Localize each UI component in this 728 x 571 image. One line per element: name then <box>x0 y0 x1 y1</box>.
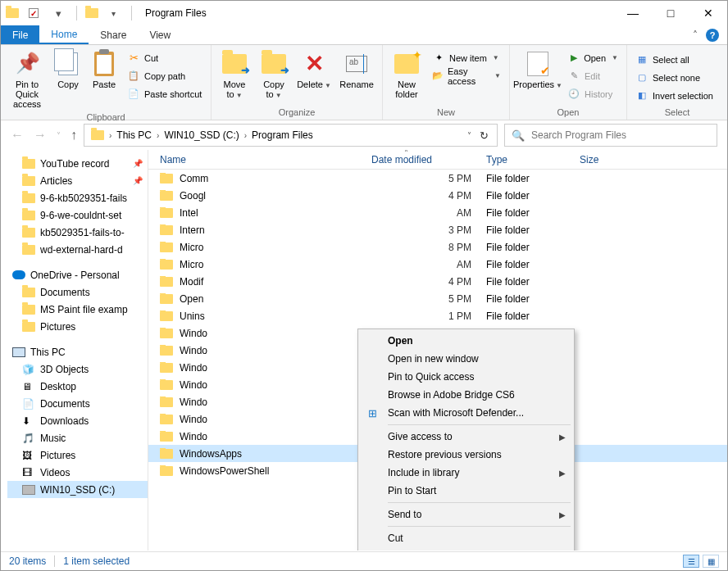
share-tab[interactable]: Share <box>89 25 138 44</box>
column-type[interactable]: Type <box>486 154 580 165</box>
folder-icon <box>160 208 173 218</box>
sidebar-item[interactable]: wd-external-hard-d <box>7 241 148 258</box>
pin-quick-access-button[interactable]: Pin to Quick access <box>6 48 48 111</box>
cm-send-to[interactable]: Send to▶ <box>360 505 572 523</box>
ribbon-collapse-icon[interactable]: ˄ <box>693 29 698 41</box>
chevron-right-icon[interactable]: › <box>244 131 247 140</box>
invert-selection-icon: ◧ <box>635 89 648 102</box>
table-row[interactable]: Micro8 PMFile folder <box>148 238 727 256</box>
select-none-button[interactable]: ▢Select none <box>632 70 722 85</box>
table-row[interactable]: Comm5 PMFile folder <box>148 170 727 187</box>
details-view-button[interactable]: ☰ <box>683 555 699 568</box>
qat-properties-icon[interactable]: ✓ <box>24 4 43 22</box>
move-to-button[interactable]: Move to▼ <box>216 48 253 102</box>
back-button[interactable]: ← <box>11 128 24 143</box>
copy-to-button[interactable]: Copy to▼ <box>256 48 292 102</box>
easy-access-button[interactable]: 📂Easy access▼ <box>429 68 504 84</box>
sidebar-onedrive[interactable]: OneDrive - Personal <box>7 266 148 283</box>
delete-button[interactable]: ✕ Delete▼ <box>295 48 333 92</box>
invert-selection-button[interactable]: ◧Invert selection <box>632 88 722 103</box>
history-button[interactable]: 🕘History <box>564 86 621 102</box>
table-row[interactable]: Intern3 PMFile folder <box>148 221 727 238</box>
sidebar-item[interactable]: 🖥Desktop <box>7 378 148 395</box>
up-button[interactable]: ↑ <box>71 128 77 143</box>
refresh-button[interactable]: ↻ <box>480 129 489 142</box>
sidebar-item[interactable]: 🎞Videos <box>7 464 148 481</box>
view-tab[interactable]: View <box>138 25 182 44</box>
sidebar-item[interactable]: YouTube record📌 <box>7 155 148 172</box>
sidebar-item[interactable]: ⬇Downloads <box>7 412 148 429</box>
cm-include-library[interactable]: Include in library▶ <box>360 464 572 482</box>
close-button[interactable]: ✕ <box>689 1 727 25</box>
sidebar-item[interactable]: 📄Documents <box>7 395 148 412</box>
table-row[interactable]: Googl4 PMFile folder <box>148 187 727 204</box>
cm-cut[interactable]: Cut <box>360 529 572 547</box>
select-all-button[interactable]: ▦Select all <box>632 52 722 67</box>
crumb-folder[interactable]: Program Files <box>248 129 316 141</box>
address-dropdown-icon[interactable]: ˅ <box>467 131 471 140</box>
qat-dropdown-icon[interactable]: ▾ <box>48 4 68 22</box>
search-input[interactable]: 🔍 Search Program Files <box>504 124 717 147</box>
help-icon[interactable]: ? <box>706 29 719 42</box>
chevron-right-icon[interactable]: › <box>109 131 111 140</box>
folder-icon <box>22 228 35 238</box>
sidebar-this-pc[interactable]: This PC <box>7 343 148 360</box>
chevron-right-icon: ▶ <box>559 510 566 519</box>
paste-button[interactable]: Paste <box>88 48 121 91</box>
cm-copy[interactable]: Copy <box>360 547 572 551</box>
cm-browse-bridge[interactable]: Browse in Adobe Bridge CS6 <box>360 386 572 404</box>
column-name[interactable]: Name <box>160 154 371 165</box>
sidebar-item[interactable]: 🧊3D Objects <box>7 360 148 378</box>
edit-button[interactable]: ✎Edit <box>564 68 621 84</box>
crumb-drive[interactable]: WIN10_SSD (C:) <box>161 129 242 141</box>
open-button[interactable]: ▶Open▼ <box>564 50 621 66</box>
address-bar[interactable]: › This PC › WIN10_SSD (C:) › Program Fil… <box>84 124 498 147</box>
thumbnails-view-button[interactable]: ▦ <box>703 555 719 568</box>
cut-button[interactable]: Cut <box>124 50 206 66</box>
chevron-right-icon[interactable]: › <box>157 131 159 140</box>
properties-button[interactable]: Properties▼ <box>515 48 561 92</box>
file-tab[interactable]: File <box>1 25 39 44</box>
copy-path-button[interactable]: 📋Copy path <box>124 68 206 84</box>
paste-shortcut-button[interactable]: 📄Paste shortcut <box>124 86 206 102</box>
table-row[interactable]: Modif4 PMFile folder <box>148 273 727 290</box>
cm-open[interactable]: Open <box>360 332 572 350</box>
sidebar-item[interactable]: MS Paint file examp <box>7 301 148 318</box>
maximize-button[interactable]: □ <box>652 1 689 25</box>
navigation-pane[interactable]: YouTube record📌Articles📌9-6-kb5029351-fa… <box>1 150 148 551</box>
sidebar-item[interactable]: kb5029351-fails-to- <box>7 224 148 241</box>
file-list[interactable]: ˄ Name Date modified Type Size Comm5 PMF… <box>148 150 727 551</box>
column-size[interactable]: Size <box>580 154 629 165</box>
table-row[interactable]: IntelAMFile folder <box>148 204 727 221</box>
cm-pin-quick-access[interactable]: Pin to Quick access <box>360 368 572 386</box>
forward-button[interactable]: → <box>34 128 47 143</box>
cm-open-new-window[interactable]: Open in new window <box>360 350 572 368</box>
crumb-this-pc[interactable]: This PC <box>113 129 155 141</box>
sidebar-drive[interactable]: WIN10_SSD (C:) <box>7 481 148 498</box>
table-row[interactable]: Unins1 PMFile folder <box>148 307 727 324</box>
table-row[interactable]: Open5 PMFile folder <box>148 290 727 307</box>
sidebar-item[interactable]: 🎵Music <box>7 429 148 446</box>
sidebar-item[interactable]: Pictures <box>7 318 148 335</box>
qat-overflow-icon[interactable]: ▾ <box>103 4 123 22</box>
minimize-button[interactable]: — <box>614 1 652 25</box>
rename-button[interactable]: Rename <box>336 48 377 91</box>
cm-pin-start[interactable]: Pin to Start <box>360 482 572 500</box>
new-item-button[interactable]: ✦New item▼ <box>429 50 504 66</box>
cm-give-access[interactable]: Give access to▶ <box>360 428 572 446</box>
cm-restore-versions[interactable]: Restore previous versions <box>360 446 572 464</box>
cm-scan-defender[interactable]: ⊞Scan with Microsoft Defender... <box>360 404 572 422</box>
home-tab[interactable]: Home <box>39 25 89 44</box>
sidebar-item[interactable]: 9-6-kb5029351-fails <box>7 189 148 206</box>
sidebar-item[interactable]: 🖼Pictures <box>7 446 148 464</box>
sidebar-item[interactable]: Articles📌 <box>7 172 148 189</box>
column-headers[interactable]: ˄ Name Date modified Type Size <box>148 150 727 170</box>
column-date[interactable]: Date modified <box>371 154 486 165</box>
table-row[interactable]: MicroAMFile folder <box>148 256 727 273</box>
folder-icon <box>160 432 173 442</box>
sidebar-item[interactable]: 9-6-we-couldnt-set <box>7 206 148 224</box>
copy-button[interactable]: Copy <box>52 48 84 91</box>
new-folder-button[interactable]: New folder <box>388 48 425 101</box>
recent-dropdown-icon[interactable]: ˅ <box>57 131 61 140</box>
sidebar-item[interactable]: Documents <box>7 283 148 301</box>
